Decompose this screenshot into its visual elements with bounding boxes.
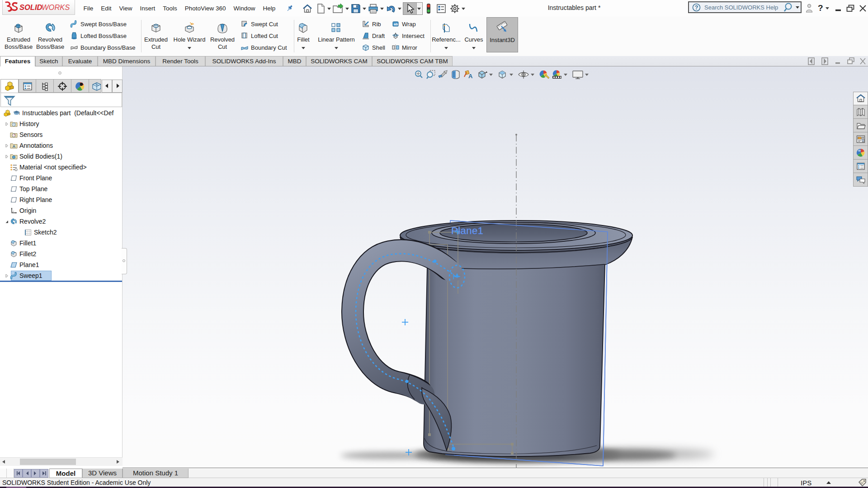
svg-text:WORKS: WORKS: [42, 3, 70, 11]
svg-text:?: ?: [695, 5, 698, 11]
svg-text:A: A: [468, 73, 473, 80]
svg-text:A: A: [13, 144, 16, 149]
svg-text:SOLID: SOLID: [19, 3, 42, 11]
svg-text:ab: ab: [394, 22, 398, 26]
svg-text:Plane1: Plane1: [451, 225, 484, 236]
